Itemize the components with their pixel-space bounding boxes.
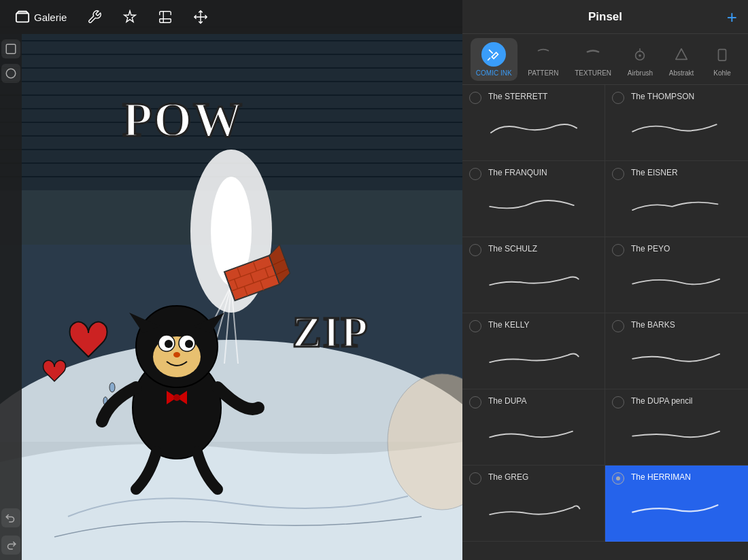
wrench-icon [87,10,102,24]
brush-list: The STERRETT The THOMPSON The FRANQUIN [462,85,748,560]
brush-name: The THOMPSON [631,92,738,101]
undo-button[interactable] [1,508,20,527]
tab-abstrakt[interactable]: Abstrakt [664,38,700,81]
svg-point-62 [616,476,620,480]
brush-stroke-area [472,336,595,382]
brush-stroke [483,421,585,451]
brush-check [612,168,624,180]
svg-point-39 [173,394,180,401]
brush-item[interactable]: The STERRETT [462,85,605,161]
kohle-label: Kohle [713,69,731,77]
brush-stroke-area [615,489,738,534]
redo-button[interactable] [1,536,20,555]
svg-point-25 [109,383,115,392]
svg-text:POW: POW [122,92,243,147]
comic-ink-label: COMIC INK [476,69,512,77]
svg-rect-54 [16,14,29,22]
brush-stroke [483,268,585,298]
magic-icon [122,10,137,24]
sidebar-tool-2[interactable] [1,64,20,83]
svg-point-59 [639,54,642,57]
canvas-area[interactable]: POW ZIP [0,0,462,560]
brush-item[interactable]: The PEYO [605,237,748,313]
svg-point-34 [173,352,180,357]
brush-check [469,320,481,332]
brush-check [612,472,624,485]
brush-stroke [626,116,728,146]
arrow-button[interactable] [189,7,212,27]
brush-item[interactable]: The KELLY [462,313,605,389]
brush-stroke [483,116,585,146]
brush-name: The STERRETT [488,92,595,101]
brush-check [612,92,624,104]
brush-item[interactable]: The DUPA pencil [605,389,748,466]
abstrakt-label: Abstrakt [669,69,694,77]
brush-stroke [483,497,585,527]
tab-airbrush[interactable]: Airbrush [622,38,658,81]
brush-stroke-area [472,260,595,306]
brush-stroke-area [615,184,738,230]
abstrakt-icon [669,42,694,67]
brush-item[interactable]: The EISNER [605,161,748,237]
brush-item[interactable]: The HERRIMAN [605,466,748,542]
select-icon [158,10,173,24]
airbrush-label: Airbrush [628,69,653,77]
brush-panel: Pinsel + COMIC INK PATTERN [462,0,748,560]
pattern-icon [531,42,556,67]
brush-stroke-area [472,108,595,154]
gallery-button[interactable]: Galerie [11,7,71,27]
brush-stroke [626,497,728,527]
wrench-button[interactable] [83,7,106,27]
brush-name: The DUPA [488,396,595,406]
brush-stroke-area [615,260,738,306]
brush-panel-title: Pinsel [588,10,622,24]
brush-item[interactable]: The SCHULZ [462,237,605,313]
brush-name: The BARKS [631,320,738,330]
brush-item[interactable]: The FRANQUIN [462,161,605,237]
brush-stroke-area [615,413,738,458]
comic-ink-icon [481,42,506,67]
brush-stroke [626,345,728,374]
brush-item[interactable]: The GREG [462,466,605,542]
brush-stroke-area [472,413,595,458]
brush-add-button[interactable]: + [727,8,737,26]
brush-name: The PEYO [631,244,738,253]
brush-stroke [626,192,728,222]
svg-marker-60 [676,48,687,59]
s-button[interactable] [154,7,177,27]
kohle-icon [710,42,734,67]
gallery-label: Galerie [34,12,67,23]
brush-check [612,244,624,256]
brush-item[interactable]: The DUPA [462,389,605,466]
svg-point-57 [6,69,16,78]
tab-comic-ink[interactable]: COMIC INK [471,38,517,81]
brush-stroke [626,268,728,298]
brush-stroke-area [472,184,595,230]
brush-name: The FRANQUIN [488,168,595,177]
move-icon [193,10,208,24]
brush-check [469,168,481,180]
sidebar-tool-1[interactable] [1,39,20,58]
brush-stroke [626,421,728,451]
left-sidebar [0,34,22,560]
brush-item[interactable]: The THOMPSON [605,85,748,161]
texturen-label: TEXTUREN [575,69,611,77]
svg-rect-56 [6,44,16,54]
tab-texturen[interactable]: TEXTUREN [569,38,617,81]
brush-check [469,472,481,485]
brush-categories: COMIC INK PATTERN TEXTUREN [462,34,748,85]
svg-text:ZIP: ZIP [292,308,369,356]
brush-check [612,396,624,408]
svg-rect-61 [719,49,726,60]
brush-stroke [483,192,585,222]
brush-name: The EISNER [631,168,738,177]
tab-pattern[interactable]: PATTERN [522,38,564,81]
brush-stroke-area [615,108,738,154]
svg-point-32 [165,340,173,348]
tab-kohle[interactable]: Kohle [704,38,740,81]
brush-stroke-area [615,336,738,382]
brush-check [469,396,481,408]
brush-check [469,244,481,256]
magic-button[interactable] [118,7,141,27]
brush-item[interactable]: The BARKS [605,313,748,389]
